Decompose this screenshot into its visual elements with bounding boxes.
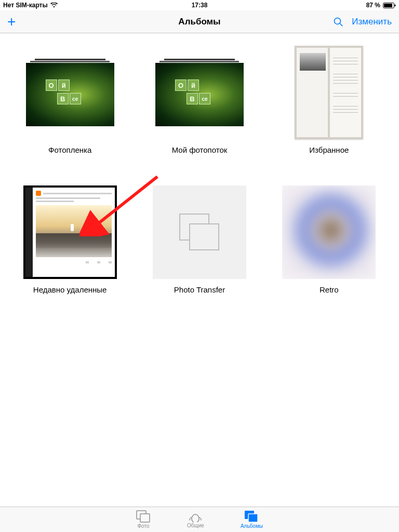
tab-bar: Фото Общие Альбомы [0, 507, 399, 532]
shared-tab-icon [188, 511, 203, 522]
battery-percent-text: 87 % [366, 2, 380, 9]
nav-bar: + Альбомы Изменить [0, 10, 399, 33]
status-bar: Нет SIM-карты 17:38 87 % [0, 0, 399, 10]
wifi-icon [50, 3, 58, 8]
album-label: Фотопленка [48, 145, 91, 154]
album-label: Избранное [309, 145, 349, 154]
svg-rect-7 [190, 224, 219, 250]
search-button[interactable] [333, 17, 343, 27]
album-recently-deleted[interactable]: Недавно удаленные [20, 185, 120, 294]
album-label: Недавно удаленные [33, 285, 107, 294]
albums-grid: Ой Все Фотопленка Ой Все Мой фото [0, 33, 399, 307]
album-photo-transfer[interactable]: Photo Transfer [149, 185, 249, 294]
album-thumb [282, 46, 376, 139]
svg-rect-1 [384, 4, 392, 7]
photos-tab-icon [136, 510, 151, 523]
edit-button[interactable]: Изменить [352, 17, 392, 27]
add-album-button[interactable]: + [7, 15, 16, 29]
album-thumb [153, 185, 246, 279]
battery-icon [383, 3, 396, 8]
page-title: Альбомы [178, 17, 220, 27]
tab-label: Альбомы [241, 523, 263, 529]
tab-label: Фото [138, 523, 150, 529]
tab-label: Общие [187, 523, 204, 528]
tab-albums[interactable]: Альбомы [241, 510, 263, 529]
album-camera-roll[interactable]: Ой Все Фотопленка [20, 46, 120, 154]
album-retro[interactable]: Retro [279, 185, 379, 294]
album-label: Photo Transfer [174, 285, 225, 294]
album-favourites[interactable]: Избранное [279, 46, 379, 154]
svg-rect-2 [395, 4, 396, 6]
album-thumb [282, 185, 376, 279]
album-thumb: Ой Все [153, 46, 246, 139]
svg-line-4 [340, 23, 342, 26]
album-photo-stream[interactable]: Ой Все Мой фотопоток [149, 46, 249, 154]
album-label: Мой фотопоток [172, 145, 228, 154]
tab-photos[interactable]: Фото [136, 510, 151, 529]
svg-rect-11 [248, 514, 258, 522]
carrier-text: Нет SIM-карты [3, 2, 48, 9]
tab-shared[interactable]: Общие [187, 511, 204, 528]
album-thumb [23, 185, 117, 279]
albums-tab-icon [244, 510, 259, 523]
album-thumb: Ой Все [23, 46, 117, 139]
album-label: Retro [320, 285, 339, 294]
svg-rect-9 [140, 514, 150, 522]
clock-text: 17:38 [192, 2, 208, 9]
empty-album-icon [179, 214, 220, 251]
albums-scroll[interactable]: Ой Все Фотопленка Ой Все Мой фото [0, 33, 399, 507]
